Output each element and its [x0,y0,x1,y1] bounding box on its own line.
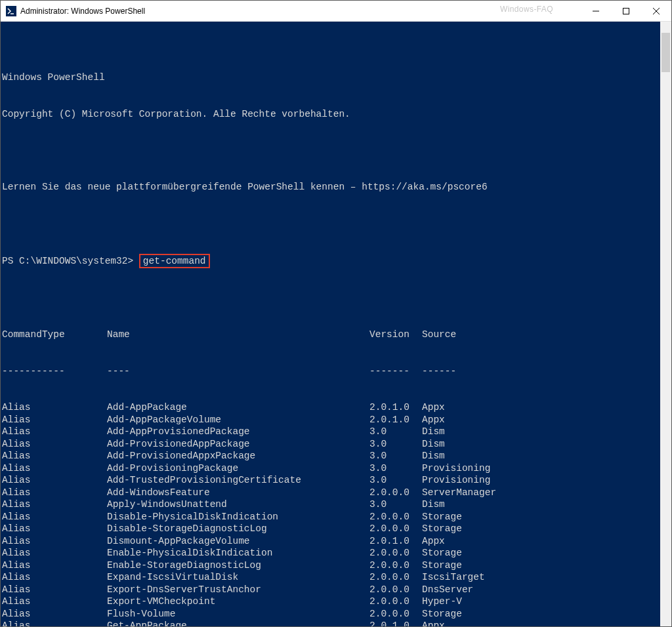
cell-name: Add-TrustedProvisioningCertificate [107,474,369,487]
cell-name: Disable-PhysicalDiskIndication [107,511,369,523]
cell-source: Appx [422,535,660,548]
console-area[interactable]: Windows PowerShell Copyright (C) Microso… [1,22,671,626]
cell-name: Add-AppProvisionedPackage [107,426,369,438]
banner-line-3: Lernen Sie das neue plattformübergreifen… [2,181,660,193]
vertical-scrollbar[interactable] [660,22,671,626]
banner-line-2: Copyright (C) Microsoft Corporation. All… [2,108,660,121]
cell-source: Appx [422,401,660,414]
cell-source: Storage [422,559,660,572]
cell-name: Disable-StorageDiagnosticLog [107,523,369,535]
cell-commandtype: Alias [2,487,107,499]
cell-name: Add-AppPackage [107,401,369,414]
cell-name: Apply-WindowsUnattend [107,498,369,511]
table-row: AliasAdd-ProvisioningPackage3.0Provision… [2,462,660,475]
divider-commandtype: ----------- [2,365,107,378]
table-row: AliasExport-DnsServerTrustAnchor2.0.0.0D… [2,584,660,596]
cell-source: Storage [422,547,660,559]
table-row: AliasAdd-AppPackageVolume2.0.1.0Appx [2,414,660,426]
table-row: AliasDismount-AppPackageVolume2.0.1.0App… [2,535,660,548]
divider-row: ---------------------------- [2,365,660,378]
header-commandtype: CommandType [2,329,107,341]
blank-line [2,293,660,305]
cell-commandtype: Alias [2,414,107,426]
maximize-button[interactable] [611,1,641,21]
cell-version: 3.0 [369,426,422,438]
cell-version: 2.0.0.0 [369,571,422,584]
blank-line [2,144,660,157]
cell-source: IscsiTarget [422,571,660,584]
cell-name: Add-AppPackageVolume [107,414,369,426]
cell-version: 2.0.1.0 [369,535,422,548]
scrollbar-thumb[interactable] [662,33,670,72]
cell-commandtype: Alias [2,620,107,626]
console-content: Windows PowerShell Copyright (C) Microso… [2,47,671,626]
cell-version: 2.0.1.0 [369,620,422,626]
cell-name: Add-ProvisioningPackage [107,462,369,475]
rows-container: AliasAdd-AppPackage2.0.1.0AppxAliasAdd-A… [2,401,660,626]
cell-source: ServerManager [422,487,660,499]
cell-version: 2.0.1.0 [369,414,422,426]
table-row: AliasAdd-AppPackage2.0.1.0Appx [2,401,660,414]
cell-version: 3.0 [369,450,422,462]
powershell-icon [6,6,16,16]
header-version: Version [369,329,422,341]
svg-rect-3 [623,8,629,14]
cell-commandtype: Alias [2,401,107,414]
table-row: AliasFlush-Volume2.0.0.0Storage [2,608,660,620]
cell-version: 2.0.0.0 [369,487,422,499]
titlebar-left: Administrator: Windows PowerShell [1,6,145,16]
cell-version: 2.0.0.0 [369,584,422,596]
watermark-text: Windows-FAQ [500,5,553,14]
cell-commandtype: Alias [2,535,107,548]
cell-commandtype: Alias [2,571,107,584]
cell-commandtype: Alias [2,474,107,487]
table-row: AliasAdd-AppProvisionedPackage3.0Dism [2,426,660,438]
cell-name: Expand-IscsiVirtualDisk [107,571,369,584]
table-row: AliasAdd-ProvisionedAppPackage3.0Dism [2,438,660,451]
cell-version: 2.0.0.0 [369,596,422,608]
cell-version: 2.0.0.0 [369,547,422,559]
titlebar[interactable]: Administrator: Windows PowerShell Window… [1,1,671,22]
cell-version: 2.0.0.0 [369,511,422,523]
cell-commandtype: Alias [2,498,107,511]
cell-source: Appx [422,620,660,626]
cell-commandtype: Alias [2,450,107,462]
table-row: AliasAdd-WindowsFeature2.0.0.0ServerMana… [2,487,660,499]
table-row: AliasExport-VMCheckpoint2.0.0.0Hyper-V [2,596,660,608]
divider-source: ------ [422,365,660,378]
cell-name: Add-ProvisionedAppxPackage [107,450,369,462]
cell-name: Export-VMCheckpoint [107,596,369,608]
table-row: AliasExpand-IscsiVirtualDisk2.0.0.0Iscsi… [2,571,660,584]
cell-commandtype: Alias [2,596,107,608]
table-row: AliasDisable-PhysicalDiskIndication2.0.0… [2,511,660,523]
cell-source: Provisioning [422,474,660,487]
command-highlight: get-command [139,254,210,268]
cell-source: Dism [422,450,660,462]
cell-source: Storage [422,523,660,535]
table-row: AliasGet-AppPackage2.0.1.0Appx [2,620,660,626]
cell-source: Storage [422,511,660,523]
cell-commandtype: Alias [2,559,107,572]
table-row: AliasEnable-PhysicalDiskIndication2.0.0.… [2,547,660,559]
cell-version: 3.0 [369,498,422,511]
divider-version: ------- [369,365,422,378]
cell-source: Dism [422,426,660,438]
cell-commandtype: Alias [2,608,107,620]
cell-commandtype: Alias [2,547,107,559]
blank-line [2,217,660,230]
cell-version: 2.0.0.0 [369,559,422,572]
cell-source: Hyper-V [422,596,660,608]
cell-name: Enable-PhysicalDiskIndication [107,547,369,559]
cell-commandtype: Alias [2,462,107,475]
window-controls [581,1,671,21]
table-row: AliasEnable-StorageDiagnosticLog2.0.0.0S… [2,559,660,572]
cell-name: Dismount-AppPackageVolume [107,535,369,548]
prompt-prefix: PS C:\WINDOWS\system32> [2,256,139,266]
cell-commandtype: Alias [2,523,107,535]
minimize-button[interactable] [581,1,611,21]
close-button[interactable] [641,1,671,21]
cell-commandtype: Alias [2,438,107,451]
cell-name: Flush-Volume [107,608,369,620]
cell-version: 3.0 [369,474,422,487]
cell-source: Appx [422,414,660,426]
